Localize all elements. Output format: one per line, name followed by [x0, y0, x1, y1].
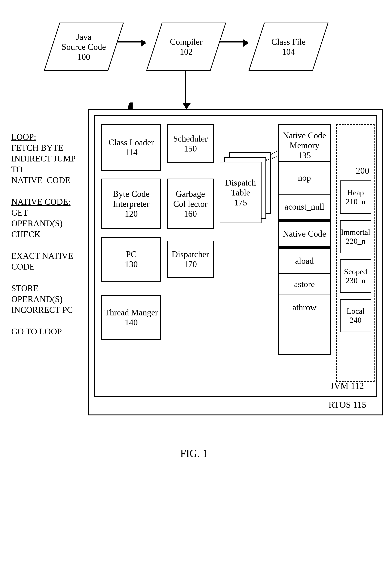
- classfile-label: Class File: [271, 37, 306, 47]
- class-loader-id-label: 114: [125, 147, 138, 157]
- dispatch-table-line2-label: Table: [231, 188, 250, 197]
- pc-label: PC: [126, 249, 137, 259]
- java-source-id-label: 100: [77, 52, 90, 62]
- thread-mgr-box: Thread Manger 140: [101, 295, 161, 340]
- classfile-box: Class File 104: [248, 23, 329, 71]
- pc-box: PC 130: [101, 237, 161, 282]
- thread-mgr-id-label: 140: [125, 317, 138, 328]
- ncm-title-label: Native Code Memory: [283, 131, 326, 150]
- scheduler-label: Scheduler: [173, 134, 208, 144]
- heap-box: Heap 210_n: [340, 180, 371, 214]
- compiler-label: Compiler: [170, 37, 203, 47]
- native-code-memory-box: Native Code Memory 135 nop aconst_null N…: [278, 124, 331, 355]
- native-goto-label: GO TO LOOP: [11, 327, 62, 336]
- native-store-label: STORE: [11, 284, 39, 293]
- ncm-row-0: nop: [298, 173, 311, 182]
- dispatch-table-id-label: 175: [234, 197, 247, 208]
- interpreter-line1-label: Byte Code: [113, 189, 149, 199]
- jvm-label: JVM 112: [330, 381, 364, 391]
- native-operands2-label: OPERAND(S): [11, 294, 63, 304]
- memory-area-id-label: 200: [356, 165, 369, 176]
- compiler-id-label: 102: [180, 47, 193, 57]
- immortal-id-label: 220_n: [346, 237, 365, 246]
- local-id-label: 240: [350, 316, 362, 325]
- arrow-compiler-to-classfile: [219, 41, 247, 43]
- scheduler-box: Scheduler 150: [167, 124, 214, 163]
- native-operands1-label: OPERAND(S): [11, 219, 63, 228]
- java-source-box: Java Source Code 100: [44, 23, 124, 71]
- native-exact-label: EXACT NATIVE: [11, 251, 73, 261]
- dispatcher-id-label: 170: [184, 259, 197, 269]
- loop-text-block: LOOP: FETCH BYTE INDIRECT JUMP TO NATIVE…: [11, 132, 86, 337]
- native-check-label: CHECK: [11, 229, 41, 239]
- ncm-row-3: aload: [295, 256, 314, 266]
- gc-line1-label: Garbage: [176, 189, 205, 199]
- rtos-label: RTOS 115: [329, 399, 366, 410]
- scheduler-id-label: 150: [184, 144, 197, 154]
- arrow-source-to-compiler: [117, 41, 145, 43]
- heap-id-label: 210_n: [346, 197, 365, 206]
- dispatcher-label: Dispatcher: [172, 249, 209, 259]
- loop-jump-label: INDIRECT JUMP: [11, 154, 76, 163]
- interpreter-box: Byte Code Interpreter 120: [101, 179, 161, 229]
- arrow-compiler-to-jvm: [185, 70, 186, 108]
- local-label: Local: [347, 307, 364, 316]
- ncm-row-5: athrow: [293, 303, 317, 312]
- dispatch-table-card-front: Dispatch Table 175: [220, 162, 262, 223]
- classfile-id-label: 104: [282, 47, 295, 57]
- loop-to-label: TO: [11, 165, 23, 174]
- scoped-box: Scoped 230_n: [340, 259, 371, 293]
- local-box: Local 240: [340, 299, 371, 332]
- scoped-id-label: 230_n: [346, 276, 365, 285]
- dispatcher-box: Dispatcher 170: [167, 241, 214, 278]
- gc-box: Garbage Col lector 160: [167, 179, 214, 229]
- immortal-label: Immortal: [341, 228, 370, 237]
- figure-label: FIG. 1: [180, 447, 208, 459]
- class-loader-label: Class Loader: [109, 137, 154, 147]
- native-get-label: GET: [11, 208, 28, 217]
- gc-line2-label: Col lector: [173, 199, 208, 209]
- compiler-box: Compiler 102: [146, 23, 226, 71]
- ncm-id-label: 135: [298, 150, 311, 160]
- class-loader-box: Class Loader 114: [101, 124, 161, 171]
- ncm-row-1: aconst_null: [284, 202, 324, 211]
- scoped-label: Scoped: [344, 267, 367, 276]
- interpreter-id-label: 120: [125, 209, 138, 219]
- dispatch-table-line1-label: Dispatch: [225, 178, 256, 188]
- java-source-line2-label: Source Code: [62, 42, 106, 52]
- loop-heading-label: LOOP:: [11, 132, 36, 142]
- immortal-box: Immortal 220_n: [340, 220, 371, 253]
- interpreter-line2-label: Interpreter: [113, 199, 149, 209]
- gc-id-label: 160: [184, 209, 197, 219]
- java-source-line1-label: Java: [76, 32, 92, 42]
- ncm-row-2: Native Code: [283, 229, 326, 239]
- native-incorrect-pc-label: INCORRECT PC: [11, 305, 73, 315]
- native-heading-label: NATIVE CODE:: [11, 197, 70, 207]
- loop-nativecode1-label: NATIVE_CODE: [11, 175, 70, 185]
- loop-fetch-label: FETCH BYTE: [11, 143, 63, 153]
- pc-id-label: 130: [125, 259, 138, 269]
- native-code-label: CODE: [11, 262, 35, 271]
- thread-mgr-label: Thread Manger: [105, 308, 158, 317]
- heap-label: Heap: [347, 188, 364, 197]
- ncm-row-4: astore: [294, 279, 315, 289]
